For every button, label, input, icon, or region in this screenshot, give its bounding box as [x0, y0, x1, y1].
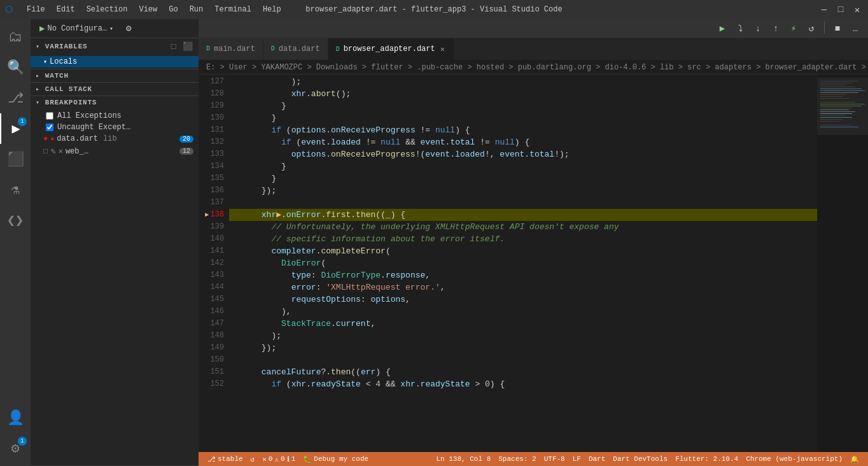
- all-exceptions-checkbox[interactable]: [46, 112, 53, 120]
- step-into-button[interactable]: ↓: [750, 21, 766, 36]
- debug-badge: 1: [18, 117, 27, 126]
- bell-icon: 🔔: [850, 455, 859, 463]
- locals-item[interactable]: Locals: [31, 56, 199, 67]
- tab-main-dart[interactable]: D main.dart: [199, 38, 263, 60]
- debug-config-selector[interactable]: ▶ No Configura… ▾: [36, 22, 117, 35]
- warning-icon: ⚠: [274, 455, 279, 463]
- continue-button[interactable]: ▶: [715, 21, 730, 36]
- ln-146: 146: [199, 306, 224, 318]
- breakpoints-header-left: BREAKPOINTS: [36, 99, 97, 106]
- flutter-text: Flutter: 2.10.4: [675, 455, 738, 463]
- code-line-138: xhr▶.onError.first.then((_) {: [229, 209, 817, 221]
- code-line-142: DioError(: [229, 257, 817, 269]
- ln-142: 142: [199, 257, 224, 269]
- tab-data-dart[interactable]: D data.dart: [263, 38, 328, 60]
- breakpoint-data-dart[interactable]: ● ● data.dart lib 20: [31, 133, 199, 145]
- chevron-down-icon: ▾: [109, 25, 113, 32]
- status-sync[interactable]: ↺: [247, 452, 259, 466]
- variables-header[interactable]: VARIABLES □ ⬛: [31, 38, 199, 55]
- collapse-all-icon[interactable]: ⬛: [182, 41, 193, 52]
- ln-133: 133: [199, 148, 224, 160]
- bp-circle-empty-icon: □: [43, 147, 48, 156]
- breakpoint-web[interactable]: □ ✎ ✕ web_… 12: [31, 145, 199, 158]
- spaces-text: Spaces: 2: [498, 455, 536, 463]
- step-out-button[interactable]: ↑: [768, 21, 783, 36]
- code-line-151: cancelFuture?.then((err) {: [229, 366, 817, 378]
- activity-extensions[interactable]: ⬛: [0, 144, 31, 174]
- status-position[interactable]: Ln 138, Col 8: [432, 452, 494, 466]
- activity-settings[interactable]: ⚙ 1: [0, 433, 31, 463]
- ln-137: 137: [199, 197, 224, 209]
- status-line-ending[interactable]: LF: [569, 452, 585, 466]
- status-encoding[interactable]: UTF-8: [540, 452, 569, 466]
- activity-bar-bottom: 👤 ⚙ 1: [0, 402, 31, 466]
- disconnect-button[interactable]: ■: [830, 21, 845, 36]
- line-numbers: 127 128 129 130 131 132 133 134 135 136 …: [199, 74, 229, 452]
- activity-account[interactable]: 👤: [0, 402, 31, 433]
- menu-terminal[interactable]: Terminal: [209, 4, 256, 15]
- activity-source-control[interactable]: ⎇: [0, 83, 31, 113]
- activity-debug[interactable]: ▶︎ 1: [0, 113, 31, 144]
- watch-header[interactable]: WATCH: [31, 69, 199, 82]
- activity-explorer[interactable]: 🗂: [0, 22, 31, 52]
- status-chrome[interactable]: Chrome (web-javascript): [742, 452, 846, 466]
- ln-145: 145: [199, 293, 224, 306]
- variables-label: VARIABLES: [45, 43, 88, 50]
- status-errors[interactable]: ✕ 0 ⚠ 0 ℹ 1: [258, 452, 299, 466]
- settings-icon[interactable]: ⚙: [121, 21, 136, 36]
- code-line-135: }: [229, 173, 817, 185]
- ln-139: 139: [199, 221, 224, 233]
- edit-icon: ✎: [50, 146, 55, 157]
- status-branch[interactable]: ⎇ stable: [204, 452, 247, 466]
- title-bar-left: ⬡ File Edit Selection View Go Run Termin…: [5, 4, 286, 15]
- devtools-text: Dart DevTools: [613, 455, 668, 463]
- close-button[interactable]: ✕: [851, 4, 863, 15]
- code-line-146: ),: [229, 306, 817, 318]
- tab-browser-adapter[interactable]: D browser_adapter.dart ✕: [328, 38, 454, 60]
- all-exceptions-label: All Exceptions: [57, 111, 122, 120]
- debug-toolbar: ▶ No Configura… ▾ ⚙: [31, 19, 199, 38]
- status-spaces[interactable]: Spaces: 2: [494, 452, 540, 466]
- code-line-131: if (options.onReceiveProgress != null) {: [229, 124, 817, 136]
- status-debug-label[interactable]: 🐛 Debug my code: [299, 452, 372, 466]
- call-stack-label: CALL STACK: [45, 85, 92, 93]
- menu-help[interactable]: Help: [258, 4, 286, 15]
- debug-config-actions: ⚙: [121, 21, 136, 36]
- code-line-139: // Unfortunately, the underlying XMLHttp…: [229, 221, 817, 233]
- activity-remote[interactable]: ❮❯: [0, 205, 31, 236]
- breakpoints-label: BREAKPOINTS: [45, 99, 97, 106]
- status-language[interactable]: Dart: [585, 452, 609, 466]
- tab-close-button[interactable]: ✕: [439, 44, 446, 55]
- expand-all-icon[interactable]: □: [168, 41, 179, 52]
- step-over-button[interactable]: ⤵: [732, 21, 748, 36]
- call-stack-header[interactable]: CALL STACK: [31, 83, 199, 95]
- menu-view[interactable]: View: [134, 4, 162, 15]
- menu-selection[interactable]: Selection: [81, 4, 133, 15]
- minimize-button[interactable]: —: [818, 4, 830, 15]
- status-devtools[interactable]: Dart DevTools: [609, 452, 671, 466]
- chrome-text: Chrome (web-javascript): [746, 455, 843, 463]
- ln-152: 152: [199, 378, 224, 390]
- code-line-132: if (event.loaded != null && event.total …: [229, 136, 817, 148]
- variables-content: Locals: [31, 55, 199, 69]
- menu-go[interactable]: Go: [164, 4, 183, 15]
- status-flutter[interactable]: Flutter: 2.10.4: [671, 452, 742, 466]
- more-actions-button[interactable]: …: [848, 21, 863, 36]
- hot-reload-button[interactable]: ⚡: [786, 21, 801, 36]
- activity-testing[interactable]: ⚗: [0, 174, 31, 205]
- activity-search[interactable]: 🔍: [0, 52, 31, 83]
- uncaught-exceptions-checkbox[interactable]: [46, 124, 53, 131]
- call-stack-section: CALL STACK: [31, 83, 199, 96]
- menu-edit[interactable]: Edit: [52, 4, 80, 15]
- hot-restart-button[interactable]: ↺: [804, 21, 819, 36]
- breakpoints-header[interactable]: BREAKPOINTS: [31, 96, 199, 109]
- maximize-button[interactable]: □: [835, 4, 846, 15]
- status-notifications[interactable]: 🔔: [846, 452, 863, 466]
- bp-circle-icon: ●: [43, 134, 48, 143]
- code-line-130: }: [229, 112, 817, 124]
- menu-file[interactable]: File: [22, 4, 50, 15]
- code-line-128: xhr.abort();: [229, 88, 817, 100]
- files-icon: 🗂: [8, 29, 22, 46]
- code-line-152: if (xhr.readyState < 4 && xhr.readyState…: [229, 378, 817, 390]
- menu-run[interactable]: Run: [185, 4, 209, 15]
